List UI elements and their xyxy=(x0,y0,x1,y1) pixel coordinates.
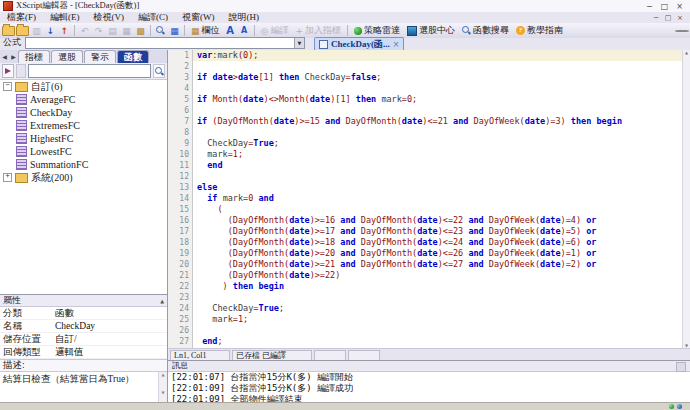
sidebar-tab[interactable]: 指標 xyxy=(18,50,50,63)
code-line[interactable]: if date>date[1] then CheckDay=false; xyxy=(193,72,682,83)
minimize-button[interactable]: ─ xyxy=(642,2,657,11)
message-line: [22:01:07] 台指當沖15分K(多) 編譯開始 xyxy=(171,372,690,383)
code-line[interactable]: ( xyxy=(193,204,682,215)
code-line[interactable]: mark=1; xyxy=(193,314,682,325)
line-number: 21 xyxy=(168,270,189,281)
code-line[interactable]: (DayOfMonth(date)>=22) xyxy=(193,270,682,281)
announce-button[interactable] xyxy=(2,64,14,78)
code-line[interactable]: if Month(date)<>Month(date)[1] then mark… xyxy=(193,94,682,105)
save-icon[interactable]: ▥ xyxy=(30,24,43,37)
code-line[interactable]: (DayOfMonth(date)>=21 and DayOfMonth(dat… xyxy=(193,259,682,270)
guide-button[interactable]: ? 教學指南 xyxy=(513,24,566,37)
tray-status-blue-icon[interactable] xyxy=(677,404,682,409)
tab-checkday[interactable]: CheckDay(函... × xyxy=(314,37,404,50)
field-button-label: 欄位 xyxy=(202,24,220,37)
status-cell: Ln1, Col1 xyxy=(170,350,230,361)
toolbar-separator xyxy=(74,25,75,36)
paste-icon[interactable]: ▩ xyxy=(134,24,147,37)
code-line[interactable]: CheckDay=True; xyxy=(193,303,682,314)
tree-item[interactable]: SummationFC xyxy=(0,158,167,171)
tray-status-green-icon[interactable] xyxy=(669,404,674,409)
tree-item[interactable]: AverageFC xyxy=(0,93,167,106)
code-line[interactable]: (DayOfMonth(date)>=16 and DayOfMonth(dat… xyxy=(193,215,682,226)
import-icon[interactable]: ↓ xyxy=(44,24,57,37)
code-line[interactable]: end; xyxy=(193,336,682,347)
mdi-restore-button[interactable]: □ xyxy=(662,14,674,22)
function-search-button[interactable]: 函數搜尋 xyxy=(459,24,512,37)
function-search-input[interactable] xyxy=(28,64,151,78)
user-icon[interactable]: ▦ xyxy=(168,24,181,37)
line-numbers: 1234567891011121314151617181920212223242… xyxy=(168,50,193,348)
redo-icon[interactable]: ↷ xyxy=(92,24,105,37)
panel-collapse-icon[interactable]: ▲ xyxy=(160,298,164,304)
line-number: 5 xyxy=(168,94,189,105)
mdi-minimize-button[interactable]: ─ xyxy=(650,14,662,22)
properties-header[interactable]: 屬性 ▲ xyxy=(0,295,167,307)
strategy-radar-button[interactable]: 策略雷達 xyxy=(351,24,403,37)
search-button[interactable] xyxy=(153,64,165,78)
scroll-up-icon[interactable]: ▲ xyxy=(683,50,690,55)
description-label: 描述: xyxy=(0,359,167,371)
formula-input[interactable] xyxy=(26,39,294,47)
code-line[interactable]: (DayOfMonth(date)>=18 and DayOfMonth(dat… xyxy=(193,237,682,248)
code-line[interactable] xyxy=(193,171,682,182)
formula-combobox[interactable]: ▼ xyxy=(25,37,305,49)
maximize-button[interactable]: □ xyxy=(657,2,672,11)
line-number: 27 xyxy=(168,336,189,347)
tree-item[interactable]: LowestFC xyxy=(0,145,167,158)
line-number: 22 xyxy=(168,281,189,292)
chevron-down-icon[interactable]: ▼ xyxy=(294,38,304,48)
tab-close-icon[interactable]: × xyxy=(393,40,400,49)
add-indicator-button[interactable]: + 加入指標 xyxy=(292,24,344,37)
undo-icon[interactable]: ↶ xyxy=(78,24,91,37)
expand-icon[interactable]: + xyxy=(3,173,12,182)
stock-center-button[interactable]: 選股中心 xyxy=(404,24,458,37)
code-line[interactable]: if (DayOfMonth(date)>=15 and DayOfMonth(… xyxy=(193,116,682,127)
code-line[interactable]: var:mark(0); xyxy=(193,50,682,61)
tree-item[interactable]: ExtremesFC xyxy=(0,119,167,132)
print-icon[interactable]: ▤ xyxy=(106,24,119,37)
tab-scroll-left-icon[interactable]: ◀ xyxy=(0,51,9,63)
code-line[interactable]: else xyxy=(193,182,682,193)
code-line[interactable]: mark=1; xyxy=(193,149,682,160)
collapse-icon[interactable]: − xyxy=(3,82,12,91)
editor-scrollbar[interactable]: ▲ ▼ xyxy=(682,50,690,348)
font-decrease-button[interactable]: A xyxy=(238,24,251,37)
tree-item-label: HighestFC xyxy=(30,133,73,144)
tree-item[interactable]: −自訂(6) xyxy=(0,80,167,93)
code-line[interactable] xyxy=(193,292,682,303)
code-line[interactable]: ) then begin xyxy=(193,281,682,292)
zoom-icon[interactable] xyxy=(154,24,167,37)
code-line[interactable] xyxy=(193,105,682,116)
code-line[interactable] xyxy=(193,325,682,336)
message-line: [22:01:09] 台指當沖15分K(多) 編譯成功 xyxy=(171,383,690,394)
message-scrollbar[interactable] xyxy=(676,362,686,372)
code-line[interactable]: end xyxy=(193,160,682,171)
compile-button[interactable]: ◎ 編譯 xyxy=(258,24,292,37)
code-line[interactable]: if mark=0 and xyxy=(193,193,682,204)
field-button[interactable]: ▦ 欄位 xyxy=(188,24,223,37)
stock-center-icon xyxy=(407,26,417,36)
filter-button[interactable] xyxy=(16,64,26,78)
close-button[interactable]: × xyxy=(672,2,687,11)
code-line[interactable] xyxy=(193,127,682,138)
sidebar-tab[interactable]: 警示 xyxy=(84,50,116,63)
code-line[interactable] xyxy=(193,83,682,94)
tree-item[interactable]: +系統(200) xyxy=(0,171,167,184)
sidebar-tab[interactable]: 函數 xyxy=(117,50,149,63)
font-increase-button[interactable]: A xyxy=(224,24,237,37)
tree-item[interactable]: HighestFC xyxy=(0,132,167,145)
bottom-edge xyxy=(0,402,690,410)
copy-icon[interactable]: ▦ xyxy=(120,24,133,37)
tab-scroll-right-icon[interactable]: ▶ xyxy=(9,51,18,63)
code-line[interactable]: (DayOfMonth(date)>=17 and DayOfMonth(dat… xyxy=(193,226,682,237)
export-icon[interactable]: ↑ xyxy=(58,24,71,37)
code-line[interactable]: CheckDay=True; xyxy=(193,138,682,149)
sidebar-tab[interactable]: 選股 xyxy=(51,50,83,63)
code-line[interactable]: (DayOfMonth(date)>=20 and DayOfMonth(dat… xyxy=(193,248,682,259)
toolbar-overflow-icon[interactable] xyxy=(678,30,686,32)
tree-item-label: ExtremesFC xyxy=(30,120,80,131)
code-line[interactable] xyxy=(193,61,682,72)
tree-item[interactable]: CheckDay xyxy=(0,106,167,119)
mdi-close-button[interactable]: × xyxy=(674,14,686,22)
